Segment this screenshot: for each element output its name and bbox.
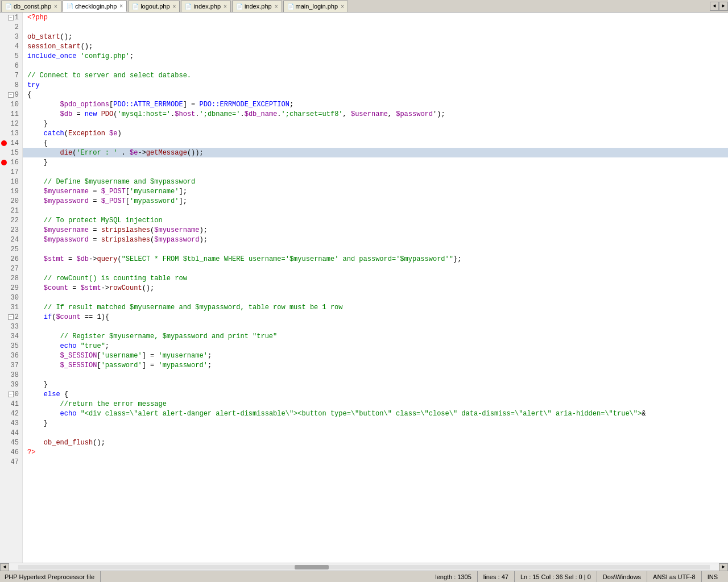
token-fn: query (97, 255, 117, 263)
scroll-right-btn[interactable]: ► (719, 563, 728, 571)
token-plain (27, 361, 60, 369)
token-plain: } (27, 419, 48, 427)
gutter-line-23: 23 (0, 225, 22, 235)
gutter-line-11: 11 (0, 109, 22, 119)
line-number-24: 24 (11, 236, 19, 244)
token-plain: ( (150, 226, 154, 234)
token-str: 'myusername' (130, 188, 179, 196)
gutter-line-42: 42 (0, 409, 22, 418)
tab-close-index1[interactable]: × (224, 3, 227, 10)
tab-icon-index1: 📄 (185, 3, 192, 10)
breakpoint-16[interactable] (1, 160, 7, 165)
token-plain: ; (105, 342, 109, 350)
token-plain: (); (142, 284, 155, 292)
gutter-line-37: 37 (0, 360, 22, 370)
tab-icon-db-const: 📄 (5, 3, 12, 10)
tab-index2[interactable]: 📄 index.php × (232, 1, 282, 12)
breakpoint-14[interactable] (1, 140, 7, 146)
tab-bar: 📄 db_const.php × 📄 checklogin.php × 📄 lo… (0, 0, 728, 13)
tab-scroll-left[interactable]: ◄ (710, 2, 719, 11)
token-plain (27, 101, 60, 109)
line-number-42: 42 (11, 410, 19, 418)
tab-close-logout[interactable]: × (173, 3, 176, 10)
token-plain (27, 130, 44, 138)
status-position: Ln : 15 Col : 36 Sel : 0 | 0 (515, 571, 597, 582)
scroll-thumb[interactable] (295, 565, 329, 569)
line-number-26: 26 (11, 255, 19, 263)
token-plain: == 1){ (81, 313, 109, 321)
line-number-14: 14 (11, 139, 19, 147)
token-plain (27, 342, 60, 350)
token-plain: (); (93, 439, 105, 447)
token-fn: rowCount (109, 284, 142, 292)
code-line-40: else { (23, 389, 728, 399)
scroll-left-btn[interactable]: ◄ (0, 563, 9, 571)
horizontal-scrollbar[interactable]: ◄ ► (0, 563, 728, 571)
gutter-line-8: 8 (0, 80, 22, 90)
code-line-10: $pdo_options[PDO::ATTR_ERRMODE] = PDO::E… (23, 99, 728, 109)
token-plain (27, 197, 44, 205)
code-line-12: } (23, 119, 728, 128)
token-plain: . (277, 110, 281, 118)
tab-label-main-login: main_login.php (296, 3, 338, 10)
code-area[interactable]: <?php ob_start();session_start();include… (23, 13, 728, 563)
tab-close-index2[interactable]: × (275, 3, 278, 10)
code-line-35: echo "true"; (23, 341, 728, 351)
token-plain: { (27, 139, 48, 147)
code-line-42: echo "<div class=\"alert alert-danger al… (23, 409, 728, 418)
code-line-43: } (23, 418, 728, 428)
tab-index1[interactable]: 📄 index.php × (181, 1, 231, 12)
code-line-18: // Define $myusername and $mypassword (23, 177, 728, 186)
line-number-30: 30 (11, 294, 19, 302)
code-line-1: <?php (23, 13, 728, 22)
token-plain (27, 313, 44, 321)
line-number-3: 3 (15, 33, 19, 41)
token-var: $username (351, 110, 388, 118)
gutter-line-14: 14 (0, 138, 22, 148)
fold-icon-32[interactable]: − (8, 314, 14, 320)
token-plain: ] = (142, 361, 159, 369)
token-str: "SELECT * FROM $tbl_name WHERE username=… (122, 255, 453, 263)
token-var: $_SESSION (60, 361, 97, 369)
token-plain: [ (97, 361, 101, 369)
gutter-line-46: 46 (0, 447, 22, 457)
tab-close-checklogin[interactable]: × (119, 3, 123, 9)
gutter-line-44: 44 (0, 428, 22, 438)
gutter-line-28: 28 (0, 273, 22, 283)
token-plain (27, 110, 60, 118)
line-number-33: 33 (11, 323, 19, 331)
tab-scroll-right[interactable]: ► (719, 2, 728, 11)
tab-db-const[interactable]: 📄 db_const.php × (1, 1, 61, 12)
status-encoding: ANSI as UTF-8 (647, 571, 702, 582)
code-line-25 (23, 244, 728, 254)
token-plain: [ (126, 188, 130, 196)
token-plain: = (68, 284, 81, 292)
token-str: "true" (81, 342, 105, 350)
token-plain (27, 410, 60, 418)
scroll-track[interactable] (18, 565, 710, 569)
fold-icon-9[interactable]: − (8, 92, 14, 98)
gutter-line-26: 26 (0, 254, 22, 264)
token-var: $count (44, 284, 68, 292)
tab-close-db-const[interactable]: × (54, 3, 57, 10)
gutter-line-7: 7 (0, 70, 22, 80)
line-number-23: 23 (11, 226, 19, 234)
token-plain: '); (433, 110, 445, 118)
token-str: 'myusername' (158, 352, 207, 360)
fold-icon-1[interactable]: − (8, 15, 14, 20)
tab-close-main-login[interactable]: × (341, 3, 344, 10)
token-str: 'mypassword' (158, 361, 207, 369)
gutter-line-2: 2 (0, 22, 22, 32)
line-number-25: 25 (11, 246, 19, 253)
token-str: ';dbname=' (200, 110, 241, 118)
code-line-22: // To protect MySQL injection (23, 215, 728, 225)
tab-logout[interactable]: 📄 logout.php × (128, 1, 180, 12)
tab-checklogin[interactable]: 📄 checklogin.php × (63, 1, 127, 12)
line-number-47: 47 (11, 458, 19, 466)
token-plain: , (343, 110, 351, 118)
token-fn: session_start (27, 43, 81, 51)
token-fn: stripslashes (101, 226, 150, 234)
fold-icon-40[interactable]: − (8, 392, 14, 397)
tab-main-login[interactable]: 📄 main_login.php × (283, 1, 348, 12)
token-plain: ] = (142, 352, 159, 360)
